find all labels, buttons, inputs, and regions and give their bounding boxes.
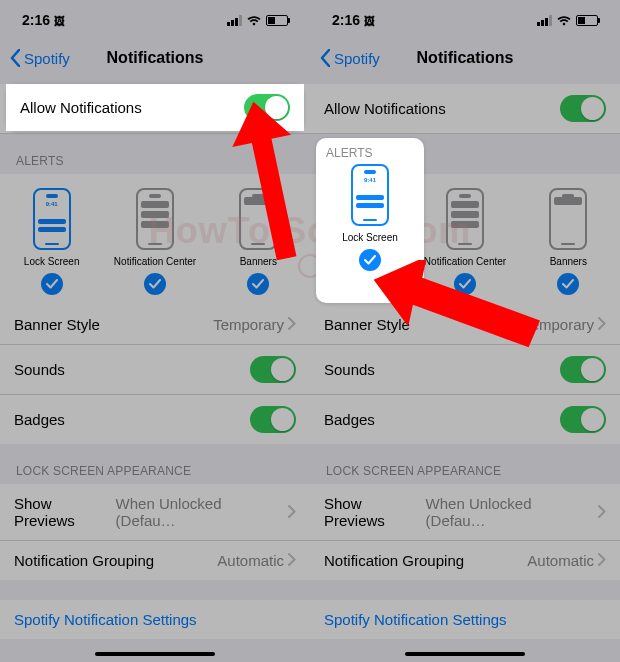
status-bar: 2:16 🖼	[310, 0, 620, 40]
spotify-notification-settings-label: Spotify Notification Settings	[324, 611, 507, 628]
home-indicator	[95, 652, 215, 656]
banners-preview-icon	[549, 188, 587, 250]
cellular-icon	[537, 15, 552, 26]
status-time: 2:16 🖼	[332, 12, 375, 28]
wifi-icon	[247, 15, 261, 26]
notification-grouping-value: Automatic	[217, 552, 296, 569]
spotify-notification-settings-row[interactable]: Spotify Notification Settings	[310, 600, 620, 639]
badges-row[interactable]: Badges	[0, 395, 310, 444]
wifi-icon	[557, 15, 571, 26]
back-button[interactable]: Spotify	[10, 49, 70, 67]
lock-screen-appearance-header: LOCK SCREEN APPEARANCE	[310, 444, 620, 484]
sounds-row[interactable]: Sounds	[310, 345, 620, 395]
banner-style-label: Banner Style	[14, 316, 100, 333]
alerts-header: ALERTS	[0, 134, 310, 174]
notification-grouping-label: Notification Grouping	[14, 552, 154, 569]
chevron-right-icon	[288, 504, 296, 521]
lock-screen-check[interactable]	[351, 273, 373, 295]
status-indicators	[537, 15, 598, 26]
status-time: 2:16 🖼	[22, 12, 65, 28]
lock-screen-preview-icon: 9:41	[33, 188, 71, 250]
watermark: HowToISolve.com	[149, 210, 471, 252]
banners-check[interactable]	[557, 273, 579, 295]
alert-label: Banners	[240, 256, 277, 267]
notification-center-check[interactable]	[144, 273, 166, 295]
status-bar: 2:16 🖼	[0, 0, 310, 40]
page-title: Notifications	[417, 49, 514, 67]
alert-banners[interactable]: Banners	[517, 188, 620, 295]
sounds-label: Sounds	[14, 361, 65, 378]
chevron-right-icon	[598, 504, 606, 521]
spotify-notification-settings-row[interactable]: Spotify Notification Settings	[0, 600, 310, 639]
nav-header: Spotify Notifications	[0, 40, 310, 76]
alert-lock-screen[interactable]: 9:41 Lock Screen	[0, 188, 103, 295]
chevron-right-icon	[598, 316, 606, 333]
back-button[interactable]: Spotify	[320, 49, 380, 67]
lock-screen-appearance-group: Show Previews When Unlocked (Defau… Noti…	[0, 484, 310, 580]
nav-header: Spotify Notifications	[310, 40, 620, 76]
show-previews-value: When Unlocked (Defau…	[116, 495, 296, 529]
banner-style-value: Temporary	[523, 316, 606, 333]
badges-row[interactable]: Badges	[310, 395, 620, 444]
sounds-toggle[interactable]	[560, 356, 606, 383]
stamp-mark	[296, 252, 324, 280]
show-previews-row[interactable]: Show Previews When Unlocked (Defau…	[310, 484, 620, 541]
badges-toggle[interactable]	[560, 406, 606, 433]
back-label: Spotify	[24, 50, 70, 67]
alert-label: Notification Center	[424, 256, 506, 267]
home-indicator	[405, 652, 525, 656]
chevron-right-icon	[288, 552, 296, 569]
show-previews-value: When Unlocked (Defau…	[426, 495, 606, 529]
banner-style-row[interactable]: Banner Style Temporary	[310, 305, 620, 345]
allow-notifications-toggle[interactable]	[250, 95, 296, 122]
spotify-settings-group: Spotify Notification Settings	[0, 600, 310, 639]
chevron-left-icon	[10, 49, 20, 67]
alert-label: Lock Screen	[24, 256, 80, 267]
sounds-row[interactable]: Sounds	[0, 345, 310, 395]
chevron-left-icon	[320, 49, 330, 67]
badges-toggle[interactable]	[250, 406, 296, 433]
notification-grouping-row[interactable]: Notification Grouping Automatic	[310, 541, 620, 580]
notification-grouping-value: Automatic	[527, 552, 606, 569]
chevron-right-icon	[598, 552, 606, 569]
alert-label: Banners	[550, 256, 587, 267]
allow-notifications-row[interactable]: Allow Notifications	[310, 84, 620, 134]
badges-label: Badges	[14, 411, 65, 428]
banners-check[interactable]	[247, 273, 269, 295]
lock-screen-appearance-group: Show Previews When Unlocked (Defau… Noti…	[310, 484, 620, 580]
banner-style-value: Temporary	[213, 316, 296, 333]
show-previews-label: Show Previews	[324, 495, 426, 529]
spotify-settings-group: Spotify Notification Settings	[310, 600, 620, 639]
back-label: Spotify	[334, 50, 380, 67]
sounds-toggle[interactable]	[250, 356, 296, 383]
alert-label: Lock Screen	[334, 256, 390, 267]
alerts-header: ALERTS	[310, 134, 620, 174]
cellular-icon	[227, 15, 242, 26]
allow-notifications-toggle[interactable]	[560, 95, 606, 122]
notification-grouping-row[interactable]: Notification Grouping Automatic	[0, 541, 310, 580]
sounds-label: Sounds	[324, 361, 375, 378]
banner-style-row[interactable]: Banner Style Temporary	[0, 305, 310, 345]
allow-notifications-label: Allow Notifications	[14, 100, 136, 117]
allow-notifications-row[interactable]: Allow Notifications	[0, 84, 310, 134]
show-previews-row[interactable]: Show Previews When Unlocked (Defau…	[0, 484, 310, 541]
battery-icon	[576, 15, 598, 26]
status-indicators	[227, 15, 288, 26]
svg-point-2	[299, 255, 321, 277]
page-title: Notifications	[107, 49, 204, 67]
phone-left: 2:16 🖼 Spotify Notifications Allow Notif…	[0, 0, 310, 662]
lock-screen-appearance-header: LOCK SCREEN APPEARANCE	[0, 444, 310, 484]
notification-center-check[interactable]	[454, 273, 476, 295]
badges-label: Badges	[324, 411, 375, 428]
allow-notifications-label: Allow Notifications	[324, 100, 446, 117]
alert-label: Notification Center	[114, 256, 196, 267]
spotify-notification-settings-label: Spotify Notification Settings	[14, 611, 197, 628]
notification-grouping-label: Notification Grouping	[324, 552, 464, 569]
phone-right: 2:16 🖼 Spotify Notifications Allow Notif…	[310, 0, 620, 662]
show-previews-label: Show Previews	[14, 495, 116, 529]
lock-screen-check[interactable]	[41, 273, 63, 295]
chevron-right-icon	[288, 316, 296, 333]
banner-style-label: Banner Style	[324, 316, 410, 333]
battery-icon	[266, 15, 288, 26]
